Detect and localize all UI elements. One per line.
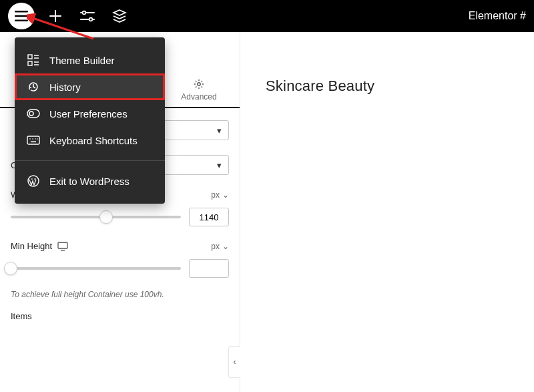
main-menu-dropdown: Theme Builder History User Preferences K… (15, 37, 165, 204)
width-slider[interactable] (11, 216, 181, 218)
width-input[interactable]: 1140 (189, 208, 229, 226)
top-bar: Elementor # (0, 0, 534, 32)
slider-thumb[interactable] (4, 262, 17, 275)
chevron-down-icon: ⌄ (222, 242, 229, 251)
min-height-slider-row (11, 259, 229, 278)
svg-point-11 (29, 138, 31, 140)
menu-item-theme-builder[interactable]: Theme Builder (15, 47, 165, 73)
min-height-label: Min Height (11, 241, 52, 251)
svg-point-9 (29, 112, 33, 116)
svg-rect-10 (27, 136, 39, 144)
chevron-down-icon: ▾ (217, 126, 222, 136)
svg-point-13 (35, 138, 36, 140)
sliders-icon (80, 10, 95, 22)
tab-label: Advanced (181, 92, 216, 102)
unit-value: px (211, 242, 220, 251)
svg-point-3 (83, 11, 86, 15)
height-hint: To achieve full height Container use 100… (11, 290, 229, 299)
history-icon (27, 80, 40, 93)
menu-item-exit-wordpress[interactable]: Exit to WordPress (15, 168, 165, 194)
hamburger-menu-button[interactable] (8, 3, 35, 29)
keyboard-icon (27, 134, 40, 147)
menu-item-user-preferences[interactable]: User Preferences (15, 100, 165, 127)
menu-item-history[interactable]: History (15, 73, 165, 100)
control-min-height: Min Height px ⌄ (11, 241, 229, 251)
width-unit-select[interactable]: px ⌄ (211, 190, 229, 200)
width-slider-row: 1140 (11, 208, 229, 226)
page-breadcrumb: Skincare Beauty (266, 77, 374, 95)
plus-icon (49, 9, 62, 23)
svg-rect-6 (28, 55, 32, 59)
min-height-input[interactable] (189, 259, 229, 278)
structure-button[interactable] (109, 9, 129, 23)
menu-item-label: User Preferences (49, 108, 127, 120)
svg-rect-1 (15, 15, 28, 17)
chevron-left-icon: ‹ (234, 357, 236, 367)
menu-item-keyboard-shortcuts[interactable]: Keyboard Shortcuts (15, 127, 165, 154)
items-section-label: Items (11, 311, 229, 321)
svg-rect-19 (58, 242, 67, 248)
menu-item-label: Keyboard Shortcuts (49, 135, 138, 146)
svg-rect-7 (28, 61, 32, 65)
menu-item-label: Exit to WordPress (49, 176, 129, 187)
theme-builder-icon (27, 53, 40, 67)
chevron-down-icon: ▾ (217, 160, 222, 170)
site-settings-button[interactable] (77, 10, 97, 22)
min-height-unit-select[interactable]: px ⌄ (211, 242, 229, 251)
tab-advanced[interactable]: Advanced (169, 79, 229, 102)
add-widget-button[interactable] (45, 9, 65, 23)
svg-point-17 (198, 83, 200, 85)
input-value: 1140 (200, 212, 219, 222)
unit-value: px (211, 190, 220, 200)
toggle-icon (27, 107, 40, 120)
desktop-icon[interactable] (57, 242, 68, 251)
wordpress-icon (27, 174, 40, 188)
gear-icon (194, 79, 204, 89)
layers-icon (112, 9, 127, 23)
svg-point-12 (32, 138, 33, 140)
menu-item-label: Theme Builder (49, 55, 115, 66)
slider-thumb[interactable] (99, 210, 113, 224)
min-height-slider[interactable] (11, 267, 181, 270)
svg-point-14 (37, 138, 38, 140)
panel-collapse-button[interactable]: ‹ (228, 346, 240, 378)
chevron-down-icon: ⌄ (222, 190, 229, 200)
hamburger-icon (15, 11, 28, 21)
svg-rect-2 (15, 20, 28, 21)
preview-canvas[interactable]: Skincare Beauty Ele Ad He (240, 32, 534, 392)
page-title: Elementor # (469, 10, 526, 22)
svg-point-4 (89, 18, 93, 21)
menu-item-label: History (49, 81, 81, 93)
menu-separator (15, 160, 165, 161)
svg-rect-15 (31, 142, 36, 143)
svg-rect-0 (15, 11, 28, 12)
